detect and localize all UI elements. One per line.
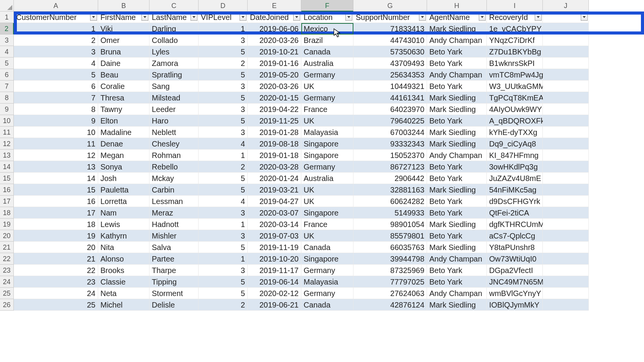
header-cell-e[interactable]: DateJoined: [248, 12, 301, 23]
cell-D11[interactable]: 3: [199, 127, 248, 138]
cell-C13[interactable]: Rohman: [150, 150, 199, 161]
cell-I17[interactable]: d9DsCFHGYrk: [487, 196, 543, 207]
cell-J16[interactable]: [543, 184, 589, 196]
cell-J23[interactable]: [543, 265, 589, 276]
cell-A3[interactable]: 2: [14, 35, 98, 46]
cell-C19[interactable]: Hadnott: [150, 219, 199, 230]
cell-A17[interactable]: 16: [14, 196, 98, 207]
column-header-g[interactable]: G: [353, 0, 427, 12]
cell-F15[interactable]: Australia: [301, 173, 353, 184]
select-all-corner[interactable]: [0, 0, 14, 12]
cell-A19[interactable]: 18: [14, 219, 98, 230]
cell-A10[interactable]: 9: [14, 115, 98, 127]
column-header-d[interactable]: D: [199, 0, 248, 12]
cell-I26[interactable]: IOBlQJymMkY: [487, 299, 543, 311]
cell-B15[interactable]: Josh: [98, 173, 150, 184]
cell-J26[interactable]: [543, 299, 589, 311]
cell-I23[interactable]: DGpa2VfectI: [487, 265, 543, 276]
filter-dropdown-icon[interactable]: [90, 14, 97, 21]
cell-F14[interactable]: Germany: [301, 161, 353, 173]
cell-A4[interactable]: 3: [14, 46, 98, 58]
cell-C11[interactable]: Neblett: [150, 127, 199, 138]
cell-J25[interactable]: [543, 288, 589, 299]
cell-B6[interactable]: Beau: [98, 69, 150, 81]
cell-G25[interactable]: 27624063: [353, 288, 427, 299]
cell-B5[interactable]: Daine: [98, 58, 150, 69]
cell-J24[interactable]: [543, 276, 589, 288]
cell-I22[interactable]: Ow73WtiUqI0: [487, 253, 543, 265]
cell-D9[interactable]: 3: [199, 104, 248, 115]
cell-H19[interactable]: Mark Siedling: [427, 219, 487, 230]
cell-F8[interactable]: Germany: [301, 92, 353, 104]
cell-J4[interactable]: [543, 46, 589, 58]
cell-F6[interactable]: Germany: [301, 69, 353, 81]
cell-C18[interactable]: Meraz: [150, 207, 199, 219]
cell-H10[interactable]: Beto Yark: [427, 115, 487, 127]
cell-B23[interactable]: Brooks: [98, 265, 150, 276]
cell-H26[interactable]: Mark Siedling: [427, 299, 487, 311]
row-header-5[interactable]: 5: [0, 58, 14, 69]
cell-B2[interactable]: Viki: [98, 23, 150, 35]
row-header-4[interactable]: 4: [0, 46, 14, 58]
cell-J20[interactable]: [543, 230, 589, 242]
filter-dropdown-icon[interactable]: [191, 14, 197, 21]
cell-A12[interactable]: 11: [14, 138, 98, 150]
cell-H23[interactable]: Beto Yark: [427, 265, 487, 276]
row-header-26[interactable]: 26: [0, 299, 14, 311]
cell-B22[interactable]: Alonso: [98, 253, 150, 265]
cell-E26[interactable]: 2019-06-21: [248, 299, 301, 311]
cell-B8[interactable]: Thresa: [98, 92, 150, 104]
cell-J18[interactable]: [543, 207, 589, 219]
cell-E5[interactable]: 2019-01-16: [248, 58, 301, 69]
cell-G2[interactable]: 71833413: [353, 23, 427, 35]
cell-E6[interactable]: 2019-05-20: [248, 69, 301, 81]
cell-D18[interactable]: 3: [199, 207, 248, 219]
row-header-8[interactable]: 8: [0, 92, 14, 104]
cell-B21[interactable]: Nita: [98, 242, 150, 253]
column-header-c[interactable]: C: [150, 0, 199, 12]
row-header-19[interactable]: 19: [0, 219, 14, 230]
cell-B10[interactable]: Elton: [98, 115, 150, 127]
cell-G23[interactable]: 87325969: [353, 265, 427, 276]
filter-dropdown-icon[interactable]: [581, 14, 588, 21]
cell-I2[interactable]: 1e_vCACbYPY: [487, 23, 543, 35]
cell-C2[interactable]: Darling: [150, 23, 199, 35]
header-cell-a[interactable]: CustomerNumber: [14, 12, 98, 23]
cell-B11[interactable]: Madaline: [98, 127, 150, 138]
cell-I16[interactable]: 54nFiMKc5ag: [487, 184, 543, 196]
cell-B25[interactable]: Neta: [98, 288, 150, 299]
cell-F9[interactable]: France: [301, 104, 353, 115]
row-header-22[interactable]: 22: [0, 253, 14, 265]
cell-I12[interactable]: Dq9_ciCyAq8: [487, 138, 543, 150]
cell-E25[interactable]: 2020-02-12: [248, 288, 301, 299]
cell-H17[interactable]: Beto Yark: [427, 196, 487, 207]
cell-E7[interactable]: 2020-03-26: [248, 81, 301, 92]
cell-A15[interactable]: 14: [14, 173, 98, 184]
cell-B9[interactable]: Tawny: [98, 104, 150, 115]
cell-D7[interactable]: 3: [199, 81, 248, 92]
cell-D12[interactable]: 4: [199, 138, 248, 150]
cell-G24[interactable]: 77797025: [353, 276, 427, 288]
row-header-23[interactable]: 23: [0, 265, 14, 276]
cell-E15[interactable]: 2020-01-24: [248, 173, 301, 184]
cell-C14[interactable]: Rebello: [150, 161, 199, 173]
row-header-15[interactable]: 15: [0, 173, 14, 184]
filter-dropdown-icon[interactable]: [535, 14, 542, 21]
cell-C17[interactable]: Lessman: [150, 196, 199, 207]
cell-D14[interactable]: 2: [199, 161, 248, 173]
cell-G12[interactable]: 93332343: [353, 138, 427, 150]
cell-G16[interactable]: 32881163: [353, 184, 427, 196]
header-cell-j[interactable]: [543, 12, 589, 23]
cell-H25[interactable]: Andy Champan: [427, 288, 487, 299]
cell-C25[interactable]: Storment: [150, 288, 199, 299]
cell-A20[interactable]: 19: [14, 230, 98, 242]
cell-C10[interactable]: Haro: [150, 115, 199, 127]
column-header-f[interactable]: F: [301, 0, 353, 12]
cell-J19[interactable]: [543, 219, 589, 230]
cell-E19[interactable]: 2020-03-14: [248, 219, 301, 230]
cell-G18[interactable]: 5149933: [353, 207, 427, 219]
column-header-i[interactable]: I: [487, 0, 543, 12]
cell-C20[interactable]: Mishler: [150, 230, 199, 242]
cell-H3[interactable]: Andy Champan: [427, 35, 487, 46]
cell-C22[interactable]: Partee: [150, 253, 199, 265]
